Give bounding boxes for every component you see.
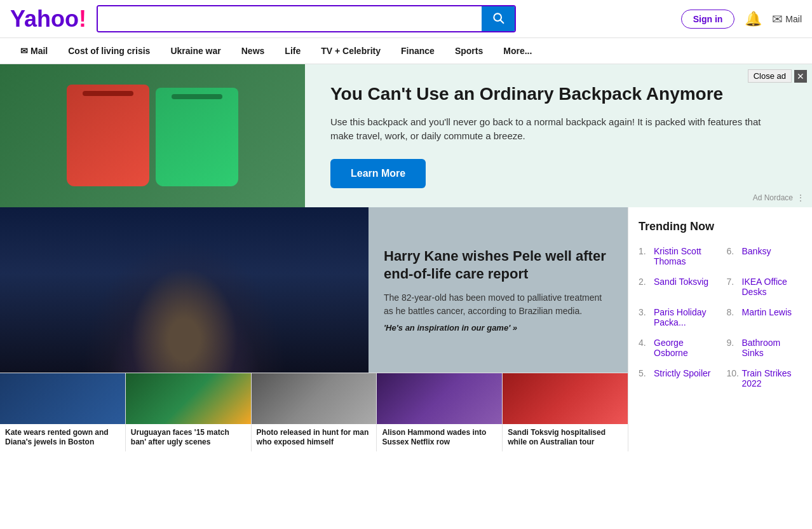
list-item[interactable]: Kate wears rented gown and Diana's jewel… <box>0 373 126 451</box>
trending-label-4[interactable]: George Osborne <box>654 338 714 358</box>
trending-label-2[interactable]: Sandi Toksvig <box>654 277 708 287</box>
ad-title: You Can't Use an Ordinary Backpack Anymo… <box>330 83 787 105</box>
thumb-image-4 <box>503 373 628 424</box>
mail-link[interactable]: ✉ Mail <box>772 11 802 27</box>
trending-rank-10: 10. <box>727 368 740 378</box>
trending-label-7[interactable]: IKEA Office Desks <box>742 277 802 297</box>
ad-attribution: Ad Nordace ⋮ <box>753 193 804 202</box>
header: Yahoo! Sign in 🔔 ✉ Mail <box>0 0 812 38</box>
sidebar-item-ukraine[interactable]: Ukraine war <box>160 38 231 64</box>
trending-rank-6: 6. <box>727 246 740 256</box>
ad-image-placeholder <box>54 72 251 199</box>
hero-article[interactable]: Harry Kane wishes Pele well after end-of… <box>0 207 628 373</box>
ad-description: Use this backpack and you'll never go ba… <box>330 115 787 144</box>
thumb-caption-3: Alison Hammond wades into Sussex Netflix… <box>377 424 502 451</box>
mail-nav-icon: ✉ <box>20 46 28 56</box>
search-input[interactable] <box>98 6 482 31</box>
trending-label-9[interactable]: Bathroom Sinks <box>742 338 802 358</box>
trending-label-5[interactable]: Strictly Spoiler <box>654 368 710 378</box>
close-ad-x-button[interactable]: ✕ <box>794 70 807 83</box>
content-area: Harry Kane wishes Pele well after end-of… <box>0 207 628 451</box>
backpack-green <box>156 88 238 186</box>
thumb-image-0 <box>0 373 125 424</box>
trending-item-5[interactable]: 5. Strictly Spoiler <box>639 366 714 391</box>
ad-image <box>0 64 305 207</box>
sidebar-item-sports[interactable]: Sports <box>445 38 493 64</box>
hero-text-area: Harry Kane wishes Pele well after end-of… <box>369 207 628 373</box>
ad-banner: Close ad ✕ You Can't Use an Ordinary Bac… <box>0 64 812 207</box>
thumb-caption-2: Photo released in hunt for man who expos… <box>252 424 377 451</box>
trending-item-6[interactable]: 6. Banksy <box>727 244 802 269</box>
hero-link[interactable]: 'He's an inspiration in our game' » <box>384 323 612 333</box>
search-button[interactable] <box>482 6 515 31</box>
trending-item-8[interactable]: 8. Martin Lewis <box>727 305 802 330</box>
thumb-image-2 <box>252 373 377 424</box>
hero-description: The 82-year-old has been moved to pallia… <box>384 291 612 318</box>
sidebar-item-mail[interactable]: ✉ Mail <box>10 38 58 64</box>
search-bar <box>97 5 516 32</box>
trending-item-2[interactable]: 2. Sandi Toksvig <box>639 274 714 299</box>
trending-rank-8: 8. <box>727 307 740 317</box>
trending-label-1[interactable]: Kristin Scott Thomas <box>654 246 714 266</box>
list-item[interactable]: Photo released in hunt for man who expos… <box>252 373 377 451</box>
trending-item-7[interactable]: 7. IKEA Office Desks <box>727 274 802 299</box>
mail-label: Mail <box>785 14 802 24</box>
ad-options-button[interactable]: ⋮ <box>797 193 804 202</box>
ad-close-area: Close ad ✕ <box>748 69 807 83</box>
hero-person-image <box>83 207 286 373</box>
mail-icon: ✉ <box>772 11 783 27</box>
sidebar-item-finance[interactable]: Finance <box>391 38 445 64</box>
trending-rank-2: 2. <box>639 277 651 287</box>
ad-content: Close ad ✕ You Can't Use an Ordinary Bac… <box>305 64 812 207</box>
hero-image-bg <box>0 207 369 373</box>
thumb-caption-0: Kate wears rented gown and Diana's jewel… <box>0 424 125 451</box>
trending-label-10[interactable]: Train Strikes 2022 <box>742 368 802 388</box>
thumb-caption-1: Uruguayan faces '15 match ban' after ugl… <box>126 424 251 451</box>
sidebar: Trending Now 1. Kristin Scott Thomas 6. … <box>628 207 812 451</box>
sidebar-item-cost-of-living[interactable]: Cost of living crisis <box>58 38 160 64</box>
trending-item-3[interactable]: 3. Paris Holiday Packa... <box>639 305 714 330</box>
thumb-image-3 <box>377 373 502 424</box>
trending-rank-4: 4. <box>639 338 651 348</box>
thumb-image-1 <box>126 373 251 424</box>
hero-headline: Harry Kane wishes Pele well after end-of… <box>384 247 612 284</box>
sign-in-button[interactable]: Sign in <box>681 10 735 29</box>
trending-title: Trending Now <box>639 220 802 233</box>
trending-item-4[interactable]: 4. George Osborne <box>639 335 714 361</box>
list-item[interactable]: Uruguayan faces '15 match ban' after ugl… <box>126 373 252 451</box>
trending-item-10[interactable]: 10. Train Strikes 2022 <box>727 366 802 391</box>
trending-rank-1: 1. <box>639 246 651 256</box>
trending-label-3[interactable]: Paris Holiday Packa... <box>654 307 714 327</box>
trending-item-1[interactable]: 1. Kristin Scott Thomas <box>639 244 714 269</box>
sidebar-item-tv-celebrity[interactable]: TV + Celebrity <box>311 38 391 64</box>
yahoo-logo[interactable]: Yahoo! <box>10 8 86 31</box>
list-item[interactable]: Alison Hammond wades into Sussex Netflix… <box>377 373 503 451</box>
svg-line-1 <box>501 20 504 24</box>
list-item[interactable]: Sandi Toksvig hospitalised while on Aust… <box>503 373 628 451</box>
trending-label-8[interactable]: Martin Lewis <box>742 307 792 317</box>
trending-rank-9: 9. <box>727 338 740 348</box>
trending-grid: 1. Kristin Scott Thomas 6. Banksy 2. San… <box>639 244 802 391</box>
close-ad-button[interactable]: Close ad <box>748 69 792 83</box>
trending-rank-3: 3. <box>639 307 651 317</box>
notification-icon[interactable]: 🔔 <box>745 11 762 27</box>
backpack-red <box>67 85 149 186</box>
trending-rank-7: 7. <box>727 277 740 287</box>
sidebar-item-more[interactable]: More... <box>493 38 542 64</box>
thumb-caption-4: Sandi Toksvig hospitalised while on Aust… <box>503 424 628 451</box>
thumbnail-grid: Kate wears rented gown and Diana's jewel… <box>0 373 628 451</box>
trending-rank-5: 5. <box>639 368 651 378</box>
main-content: Harry Kane wishes Pele well after end-of… <box>0 207 812 451</box>
sidebar-item-news[interactable]: News <box>231 38 275 64</box>
learn-more-button[interactable]: Learn More <box>330 159 426 188</box>
header-actions: Sign in 🔔 ✉ Mail <box>681 10 802 29</box>
navigation: ✉ Mail Cost of living crisis Ukraine war… <box>0 38 812 64</box>
hero-image <box>0 207 369 373</box>
trending-item-9[interactable]: 9. Bathroom Sinks <box>727 335 802 361</box>
sidebar-item-life[interactable]: Life <box>274 38 311 64</box>
trending-label-6[interactable]: Banksy <box>742 246 771 256</box>
search-icon <box>492 11 504 24</box>
